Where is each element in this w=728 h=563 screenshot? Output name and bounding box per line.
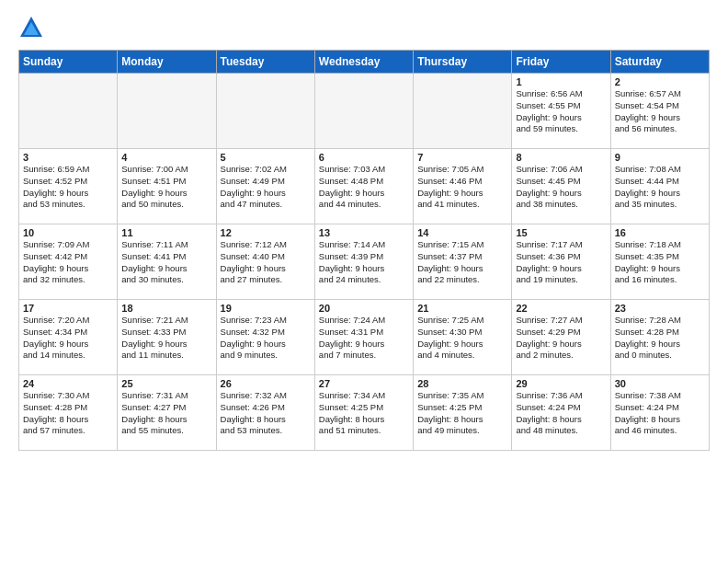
day-info: Sunrise: 7:32 AM Sunset: 4:26 PM Dayligh… — [221, 390, 311, 437]
day-number: 24 — [23, 378, 113, 389]
day-number: 15 — [516, 227, 606, 238]
day-info: Sunrise: 7:38 AM Sunset: 4:24 PM Dayligh… — [615, 390, 705, 437]
day-number: 29 — [516, 378, 606, 389]
day-info: Sunrise: 7:34 AM Sunset: 4:25 PM Dayligh… — [319, 390, 409, 437]
day-info: Sunrise: 7:31 AM Sunset: 4:27 PM Dayligh… — [121, 390, 211, 437]
calendar-cell: 9Sunrise: 7:08 AM Sunset: 4:44 PM Daylig… — [610, 149, 709, 224]
day-info: Sunrise: 7:21 AM Sunset: 4:33 PM Dayligh… — [121, 315, 211, 362]
day-info: Sunrise: 7:25 AM Sunset: 4:30 PM Dayligh… — [417, 315, 507, 362]
calendar-cell: 12Sunrise: 7:12 AM Sunset: 4:40 PM Dayli… — [216, 224, 314, 300]
day-number: 27 — [319, 378, 409, 389]
calendar-cell: 20Sunrise: 7:24 AM Sunset: 4:31 PM Dayli… — [314, 300, 413, 375]
calendar-cell — [118, 74, 216, 149]
calendar-cell: 25Sunrise: 7:31 AM Sunset: 4:27 PM Dayli… — [118, 375, 216, 451]
day-number: 20 — [319, 303, 409, 314]
day-info: Sunrise: 7:15 AM Sunset: 4:37 PM Dayligh… — [417, 239, 507, 286]
day-info: Sunrise: 7:23 AM Sunset: 4:32 PM Dayligh… — [221, 315, 311, 362]
day-number: 30 — [615, 378, 705, 389]
week-row-0: 1Sunrise: 6:56 AM Sunset: 4:55 PM Daylig… — [19, 74, 710, 149]
day-info: Sunrise: 7:08 AM Sunset: 4:44 PM Dayligh… — [615, 164, 705, 211]
day-info: Sunrise: 7:02 AM Sunset: 4:49 PM Dayligh… — [221, 164, 311, 211]
calendar-cell: 5Sunrise: 7:02 AM Sunset: 4:49 PM Daylig… — [216, 149, 314, 224]
calendar-cell: 18Sunrise: 7:21 AM Sunset: 4:33 PM Dayli… — [118, 300, 216, 375]
week-row-2: 10Sunrise: 7:09 AM Sunset: 4:42 PM Dayli… — [19, 224, 710, 300]
weekday-header-thursday: Thursday — [414, 51, 512, 74]
calendar-cell: 14Sunrise: 7:15 AM Sunset: 4:37 PM Dayli… — [414, 224, 512, 300]
day-number: 18 — [121, 303, 211, 314]
day-number: 14 — [417, 227, 507, 238]
day-number: 9 — [615, 152, 705, 163]
day-info: Sunrise: 7:28 AM Sunset: 4:28 PM Dayligh… — [615, 315, 705, 362]
calendar-cell: 1Sunrise: 6:56 AM Sunset: 4:55 PM Daylig… — [512, 74, 610, 149]
day-number: 17 — [23, 303, 113, 314]
calendar-cell: 17Sunrise: 7:20 AM Sunset: 4:34 PM Dayli… — [19, 300, 118, 375]
day-number: 23 — [615, 303, 705, 314]
week-row-3: 17Sunrise: 7:20 AM Sunset: 4:34 PM Dayli… — [19, 300, 710, 375]
day-info: Sunrise: 7:36 AM Sunset: 4:24 PM Dayligh… — [516, 390, 606, 437]
calendar-cell — [414, 74, 512, 149]
calendar-cell: 11Sunrise: 7:11 AM Sunset: 4:41 PM Dayli… — [118, 224, 216, 300]
day-number: 12 — [221, 227, 311, 238]
calendar-table: SundayMondayTuesdayWednesdayThursdayFrid… — [18, 50, 710, 451]
day-number: 1 — [516, 76, 606, 87]
day-number: 21 — [417, 303, 507, 314]
week-row-4: 24Sunrise: 7:30 AM Sunset: 4:28 PM Dayli… — [19, 375, 710, 451]
day-number: 6 — [319, 152, 409, 163]
day-info: Sunrise: 7:14 AM Sunset: 4:39 PM Dayligh… — [319, 239, 409, 286]
day-number: 28 — [417, 378, 507, 389]
calendar-cell: 2Sunrise: 6:57 AM Sunset: 4:54 PM Daylig… — [610, 74, 709, 149]
calendar-cell — [216, 74, 314, 149]
weekday-header-monday: Monday — [118, 51, 216, 74]
calendar-cell: 24Sunrise: 7:30 AM Sunset: 4:28 PM Dayli… — [19, 375, 118, 451]
day-number: 2 — [615, 76, 705, 87]
calendar-cell — [314, 74, 413, 149]
weekday-header-sunday: Sunday — [19, 51, 118, 74]
calendar-cell: 19Sunrise: 7:23 AM Sunset: 4:32 PM Dayli… — [216, 300, 314, 375]
logo — [18, 15, 48, 40]
day-info: Sunrise: 7:03 AM Sunset: 4:48 PM Dayligh… — [319, 164, 409, 211]
weekday-header-friday: Friday — [512, 51, 610, 74]
weekday-header-saturday: Saturday — [610, 51, 709, 74]
day-info: Sunrise: 7:24 AM Sunset: 4:31 PM Dayligh… — [319, 315, 409, 362]
calendar-cell: 8Sunrise: 7:06 AM Sunset: 4:45 PM Daylig… — [512, 149, 610, 224]
day-info: Sunrise: 6:59 AM Sunset: 4:52 PM Dayligh… — [23, 164, 113, 211]
day-number: 25 — [121, 378, 211, 389]
calendar-cell: 23Sunrise: 7:28 AM Sunset: 4:28 PM Dayli… — [610, 300, 709, 375]
day-info: Sunrise: 7:05 AM Sunset: 4:46 PM Dayligh… — [417, 164, 507, 211]
day-number: 5 — [221, 152, 311, 163]
calendar-cell — [19, 74, 118, 149]
calendar-cell: 13Sunrise: 7:14 AM Sunset: 4:39 PM Dayli… — [314, 224, 413, 300]
day-number: 4 — [121, 152, 211, 163]
week-row-1: 3Sunrise: 6:59 AM Sunset: 4:52 PM Daylig… — [19, 149, 710, 224]
calendar-cell: 3Sunrise: 6:59 AM Sunset: 4:52 PM Daylig… — [19, 149, 118, 224]
day-info: Sunrise: 7:09 AM Sunset: 4:42 PM Dayligh… — [23, 239, 113, 286]
day-number: 22 — [516, 303, 606, 314]
calendar-cell: 6Sunrise: 7:03 AM Sunset: 4:48 PM Daylig… — [314, 149, 413, 224]
day-number: 10 — [23, 227, 113, 238]
header — [18, 15, 710, 40]
day-info: Sunrise: 7:18 AM Sunset: 4:35 PM Dayligh… — [615, 239, 705, 286]
calendar-cell: 10Sunrise: 7:09 AM Sunset: 4:42 PM Dayli… — [19, 224, 118, 300]
calendar-cell: 26Sunrise: 7:32 AM Sunset: 4:26 PM Dayli… — [216, 375, 314, 451]
day-number: 26 — [221, 378, 311, 389]
day-number: 19 — [221, 303, 311, 314]
day-info: Sunrise: 6:56 AM Sunset: 4:55 PM Dayligh… — [516, 88, 606, 135]
weekday-header-wednesday: Wednesday — [314, 51, 413, 74]
day-number: 7 — [417, 152, 507, 163]
calendar-cell: 29Sunrise: 7:36 AM Sunset: 4:24 PM Dayli… — [512, 375, 610, 451]
day-info: Sunrise: 7:27 AM Sunset: 4:29 PM Dayligh… — [516, 315, 606, 362]
calendar-cell: 28Sunrise: 7:35 AM Sunset: 4:25 PM Dayli… — [414, 375, 512, 451]
calendar-cell: 30Sunrise: 7:38 AM Sunset: 4:24 PM Dayli… — [610, 375, 709, 451]
day-number: 8 — [516, 152, 606, 163]
day-info: Sunrise: 7:17 AM Sunset: 4:36 PM Dayligh… — [516, 239, 606, 286]
day-info: Sunrise: 7:00 AM Sunset: 4:51 PM Dayligh… — [121, 164, 211, 211]
day-number: 11 — [121, 227, 211, 238]
day-number: 3 — [23, 152, 113, 163]
calendar-cell: 16Sunrise: 7:18 AM Sunset: 4:35 PM Dayli… — [610, 224, 709, 300]
calendar-cell: 21Sunrise: 7:25 AM Sunset: 4:30 PM Dayli… — [414, 300, 512, 375]
logo-icon — [18, 15, 44, 40]
calendar-cell: 27Sunrise: 7:34 AM Sunset: 4:25 PM Dayli… — [314, 375, 413, 451]
day-info: Sunrise: 7:06 AM Sunset: 4:45 PM Dayligh… — [516, 164, 606, 211]
day-info: Sunrise: 7:11 AM Sunset: 4:41 PM Dayligh… — [121, 239, 211, 286]
calendar-cell: 7Sunrise: 7:05 AM Sunset: 4:46 PM Daylig… — [414, 149, 512, 224]
